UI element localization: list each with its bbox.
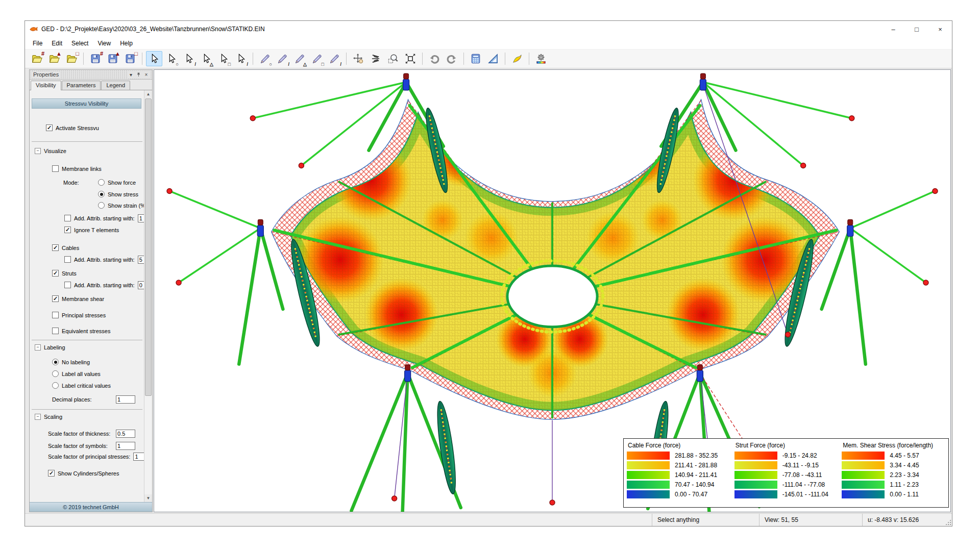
draw-points-tool-button[interactable]: ○ <box>257 51 273 66</box>
radio-show-force[interactable]: Mode: Show force <box>63 179 144 186</box>
toolbar-separator <box>422 53 423 65</box>
panel-title-bar[interactable]: Properties ▾ × <box>30 70 152 80</box>
menu-view[interactable]: View <box>93 38 115 48</box>
open-net-button[interactable]: # <box>29 51 45 66</box>
maximize-button[interactable]: □ <box>905 21 928 37</box>
checkbox-box <box>52 165 59 172</box>
select-points-tool-button[interactable]: ○ <box>163 51 180 66</box>
radio-label-critical-values[interactable]: Label critical values <box>52 382 144 389</box>
zoom-window-button[interactable] <box>385 51 401 66</box>
model-canvas[interactable]: Cable Force (force)281.88 - 352.35211.41… <box>154 69 951 512</box>
toolbar: #▲□#▲□○/△□/○/△□/ <box>25 49 952 68</box>
status-empty-pane <box>25 514 652 526</box>
select-edges-tool-button[interactable]: / <box>233 51 249 66</box>
undo-icon <box>429 53 440 64</box>
scroll-thumb[interactable] <box>145 98 152 396</box>
legend-swatch <box>842 471 885 479</box>
save-quad-button[interactable]: □ <box>122 51 138 66</box>
draw-lines-tool-button[interactable]: / <box>274 51 290 66</box>
redo-button[interactable] <box>444 51 460 66</box>
menu-select[interactable]: Select <box>67 38 93 48</box>
checkbox-add-attrib-membrane[interactable]: Add. Attrib. starting with: <box>64 214 144 222</box>
panel-scrollbar[interactable]: ▲ ▼ <box>144 90 152 502</box>
radio-no-labeling[interactable]: No labeling <box>52 358 144 366</box>
legend-entry: -43.11 - -9.15 <box>734 461 838 469</box>
checkbox-add-attrib-cables[interactable]: Add. Attrib. starting with: <box>64 256 144 263</box>
scale-thickness-input[interactable] <box>116 430 135 438</box>
checkbox-membrane-shear[interactable]: Membrane shear <box>52 295 144 303</box>
tool-marker: ▲ <box>115 51 120 57</box>
resize-grip[interactable] <box>943 514 952 526</box>
group-label: Labeling <box>44 344 65 350</box>
minimize-button[interactable]: – <box>881 21 905 37</box>
zoom-fit-button[interactable] <box>402 51 419 66</box>
checkbox-struts[interactable]: Struts <box>52 269 144 277</box>
radio-show-strain[interactable]: Show strain (%) <box>98 202 144 209</box>
select-quads-tool-button[interactable]: □ <box>215 51 232 66</box>
menu-edit[interactable]: Edit <box>47 38 67 48</box>
scale-symbols-input[interactable] <box>116 442 135 450</box>
group-labeling[interactable]: − Labeling <box>35 343 144 351</box>
refresh-view-button[interactable] <box>368 51 384 66</box>
checkbox-add-attrib-struts[interactable]: Add. Attrib. starting with: <box>64 281 144 289</box>
measure-button[interactable] <box>485 51 501 66</box>
radio-show-stress[interactable]: Show stress <box>98 190 144 198</box>
undo-button[interactable] <box>426 51 443 66</box>
setsquare-icon <box>487 53 499 64</box>
panel-menu-button[interactable]: ▾ <box>127 71 135 78</box>
panel-pin-button[interactable] <box>135 71 142 78</box>
checkbox-box <box>52 270 59 277</box>
menu-file[interactable]: File <box>28 38 47 48</box>
draw-triangles-tool-button[interactable]: △ <box>291 51 308 66</box>
collapse-icon[interactable]: − <box>35 414 41 420</box>
title-bar[interactable]: GED - D:\2_Projekte\Easy\2020\03_26_Webs… <box>25 21 952 37</box>
status-view-info: View: 51, 55 <box>759 514 862 526</box>
cursor-icon <box>149 53 160 64</box>
pan-view-button[interactable] <box>350 51 366 66</box>
panel-close-button[interactable]: × <box>142 71 150 78</box>
calculator-button[interactable] <box>468 51 484 66</box>
cursor-icon <box>235 53 247 64</box>
toolbar-separator <box>142 53 142 65</box>
select-lines-tool-button[interactable]: / <box>181 51 197 66</box>
legend-entry: 4.45 - 5.57 <box>842 452 945 460</box>
open-quad-button[interactable]: □ <box>63 51 80 66</box>
draw-quads-tool-button[interactable]: □ <box>309 51 325 66</box>
menu-help[interactable]: Help <box>115 38 137 48</box>
legend-range: 211.41 - 281.88 <box>675 462 717 469</box>
collapse-icon[interactable]: − <box>35 344 41 350</box>
checkbox-equivalent-stresses[interactable]: Equivalent stresses <box>52 327 144 335</box>
field-label: Scale factor of thickness: <box>48 431 110 437</box>
checkbox-label: Cables <box>62 245 79 251</box>
scroll-down-icon[interactable]: ▼ <box>144 494 152 502</box>
save-triangle-button[interactable]: ▲ <box>105 51 121 66</box>
tab-parameters[interactable]: Parameters <box>62 81 101 90</box>
tab-legend[interactable]: Legend <box>101 81 130 90</box>
select-triangles-tool-button[interactable]: △ <box>198 51 214 66</box>
checkbox-cables[interactable]: Cables <box>52 244 144 252</box>
scroll-up-icon[interactable]: ▲ <box>144 90 152 98</box>
statics-view-button[interactable] <box>509 51 525 66</box>
checkbox-membrane-links[interactable]: Membrane links <box>52 165 144 172</box>
tab-visibility[interactable]: Visibility <box>31 81 61 90</box>
checkbox-show-cylinders[interactable]: Show Cylinders/Spheres <box>48 469 144 477</box>
radio-circle <box>98 191 105 197</box>
draw-polyline-tool-button[interactable]: / <box>326 51 342 66</box>
radio-circle <box>52 382 59 389</box>
open-triangle-button[interactable]: ▲ <box>46 51 62 66</box>
radio-label-all-values[interactable]: Label all values <box>52 370 144 378</box>
checkbox-principal-stresses[interactable]: Principal stresses <box>52 311 144 319</box>
select-tool-button[interactable] <box>146 51 162 66</box>
legend-swatch <box>734 490 777 498</box>
group-visualize[interactable]: − Visualize <box>35 147 144 155</box>
checkbox-ignore-t-elements[interactable]: Ignore T elements <box>64 226 144 234</box>
close-button[interactable]: × <box>928 21 952 37</box>
checkbox-activate-stressvu[interactable]: Activate Stressvu <box>46 124 144 132</box>
collapse-icon[interactable]: − <box>35 148 41 154</box>
decimal-places-input[interactable] <box>116 395 135 404</box>
save-net-button[interactable]: # <box>87 51 104 66</box>
stressvu-settings-button[interactable] <box>533 51 549 66</box>
checkbox-box <box>64 227 71 233</box>
group-scaling[interactable]: − Scaling <box>35 413 144 420</box>
tool-marker: □ <box>76 51 79 57</box>
